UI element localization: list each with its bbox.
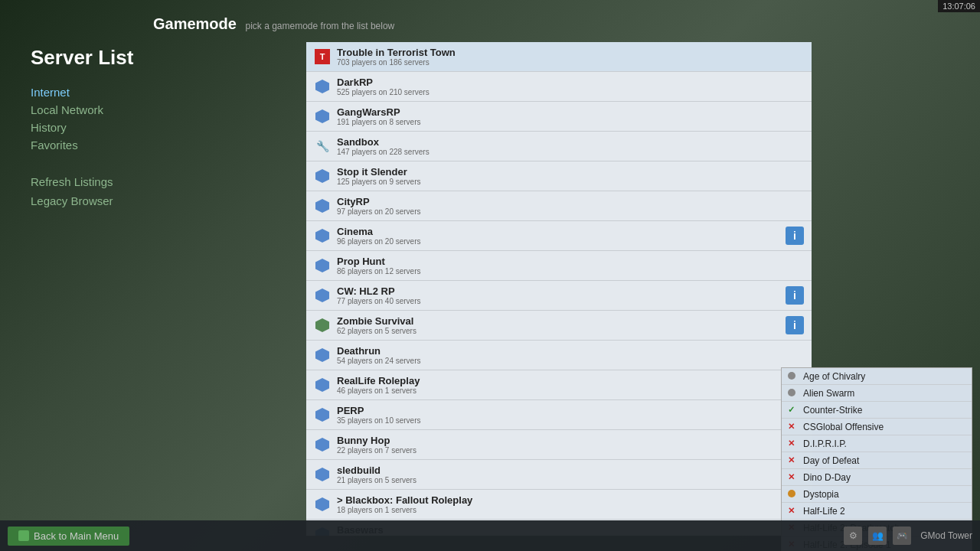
dropdown-item[interactable]: ✕ CSGlobal Offensive (782, 419, 972, 435)
cube-icon (314, 377, 331, 393)
gmod-avatar[interactable]: 🎮 (893, 527, 911, 545)
info-button[interactable]: i (786, 286, 804, 305)
item-text: GangWarsRP 191 players on 8 servers (337, 106, 804, 126)
item-name: CW: HL2 RP (337, 285, 786, 297)
dot-orange-icon (788, 490, 799, 499)
dropdown-item[interactable]: ✕ Dino D-Day (782, 469, 972, 486)
dropdown-item[interactable]: Dystopia (782, 486, 972, 503)
ttt-icon: T (314, 48, 331, 65)
cube-icon (314, 227, 331, 244)
back-to-main-menu-button[interactable]: Back to Main Menu (8, 527, 129, 546)
item-name: sledbuild (337, 465, 804, 476)
item-text: Trouble in Terrorist Town 703 players on… (337, 47, 804, 67)
item-name: Zombie Survival (337, 315, 786, 327)
item-name: > Blackbox: Fallout Roleplay (337, 494, 804, 506)
list-item[interactable]: Bunny Hop 22 players on 7 servers (306, 430, 812, 460)
list-item[interactable]: PERP 35 players on 10 servers (306, 400, 812, 430)
sidebar-item-favorites[interactable]: Favorites (31, 138, 184, 152)
server-list-panel[interactable]: T Trouble in Terrorist Town 703 players … (306, 42, 812, 536)
cube-icon (314, 347, 331, 364)
dropdown-item[interactable]: ✕ Half-Life 2 (782, 503, 972, 520)
list-item[interactable]: Cinema 96 players on 20 servers i (306, 221, 812, 251)
sidebar-item-local-network[interactable]: Local Network (31, 103, 184, 117)
item-text: DarkRP 525 players on 210 servers (337, 77, 804, 96)
item-name: DarkRP (337, 77, 804, 88)
gamemode-header: Gamemode pick a gamemode from the list b… (153, 15, 394, 33)
dropdown-item[interactable]: ✓ Counter-Strike (782, 402, 972, 419)
list-item[interactable]: Stop it Slender 125 players on 9 servers (306, 161, 812, 191)
cube-icon (314, 406, 331, 423)
clock: 13:07:06 (942, 2, 975, 11)
list-item[interactable]: > Blackbox: Fallout Roleplay 18 players … (306, 490, 812, 520)
list-item[interactable]: RealLife Roleplay 46 players on 1 server… (306, 370, 812, 400)
legacy-browser-button[interactable]: Legacy Browser (31, 194, 184, 207)
item-text: CW: HL2 RP 77 players on 40 servers (337, 285, 786, 305)
info-button[interactable]: i (786, 227, 804, 245)
list-item[interactable]: CW: HL2 RP 77 players on 40 servers i (306, 281, 812, 311)
bottom-right-icons: ⚙ 👥 🎮 GMod Tower (844, 527, 972, 545)
item-name: Trouble in Terrorist Town (337, 47, 804, 58)
cube-icon (314, 436, 331, 453)
cube-icon (314, 257, 331, 274)
item-name: GangWarsRP (337, 106, 804, 118)
item-sub: 97 players on 20 servers (337, 207, 804, 216)
list-item[interactable]: GangWarsRP 191 players on 8 servers (306, 102, 812, 132)
settings-icon[interactable]: ⚙ (844, 527, 862, 545)
sidebar-item-history[interactable]: History (31, 120, 184, 135)
item-sub: 525 players on 210 servers (337, 88, 804, 96)
item-name: Bunny Hop (337, 435, 804, 446)
item-sub: 62 players on 5 servers (337, 327, 786, 335)
dropdown-item-label: Counter-Strike (803, 405, 862, 416)
x-icon: ✕ (788, 472, 799, 482)
item-sub: 96 players on 20 servers (337, 237, 786, 246)
dropdown-item-label: Dystopia (803, 489, 839, 500)
sidebar-item-internet[interactable]: Internet (31, 85, 184, 99)
cube-icon (314, 168, 331, 184)
dot-icon (788, 389, 799, 398)
dropdown-item[interactable]: ✕ D.I.P.R.I.P. (782, 435, 972, 452)
item-name: RealLife Roleplay (337, 375, 804, 386)
dropdown-item[interactable]: ✕ Day of Defeat (782, 452, 972, 469)
item-name: Cinema (337, 226, 786, 237)
back-label: Back to Main Menu (34, 530, 119, 542)
list-item[interactable]: Zombie Survival 62 players on 5 servers … (306, 311, 812, 341)
cube-icon (314, 496, 331, 513)
cube-icon (314, 287, 331, 304)
list-item[interactable]: Prop Hunt 86 players on 12 servers (306, 251, 812, 281)
list-item[interactable]: T Trouble in Terrorist Town 703 players … (306, 42, 812, 72)
bottom-bar: Back to Main Menu ⚙ 👥 🎮 GMod Tower (0, 520, 980, 551)
item-name: Deathrun (337, 345, 804, 357)
refresh-listings-button[interactable]: Refresh Listings (31, 175, 184, 188)
item-name: CityRP (337, 196, 804, 207)
dropdown-item-label: Alien Swarm (803, 388, 854, 399)
list-item[interactable]: DarkRP 525 players on 210 servers (306, 72, 812, 102)
x-icon: ✕ (788, 455, 799, 465)
item-text: RealLife Roleplay 46 players on 1 server… (337, 375, 804, 395)
top-bar: 13:07:06 (938, 0, 980, 12)
item-sub: 147 players on 228 servers (337, 148, 804, 156)
dropdown-item[interactable]: Age of Chivalry (782, 368, 972, 385)
x-icon: ✕ (788, 439, 799, 448)
item-text: Deathrun 54 players on 24 servers (337, 345, 804, 365)
item-text: sledbuild 21 players on 5 servers (337, 465, 804, 484)
item-sub: 86 players on 12 servers (337, 267, 804, 276)
wrench-icon: 🔧 (314, 138, 331, 155)
list-item[interactable]: CityRP 97 players on 20 servers (306, 191, 812, 221)
friends-icon[interactable]: 👥 (868, 527, 887, 545)
info-button[interactable]: i (786, 316, 804, 334)
item-sub: 18 players on 1 servers (337, 506, 804, 514)
dropdown-item[interactable]: Alien Swarm (782, 385, 972, 402)
x-icon: ✕ (788, 422, 799, 432)
item-sub: 77 players on 40 servers (337, 297, 786, 305)
cube-icon (314, 78, 331, 95)
cube-icon (314, 108, 331, 125)
item-name: PERP (337, 405, 804, 416)
dropdown-item-label: Day of Defeat (803, 455, 859, 466)
item-text: Prop Hunt 86 players on 12 servers (337, 256, 804, 276)
list-item[interactable]: sledbuild 21 players on 5 servers (306, 460, 812, 490)
list-item[interactable]: Deathrun 54 players on 24 servers (306, 341, 812, 370)
list-item[interactable]: 🔧 Sandbox 147 players on 228 servers (306, 132, 812, 161)
check-icon: ✓ (788, 405, 799, 415)
dropdown-item-label: Dino D-Day (803, 472, 851, 483)
item-text: Zombie Survival 62 players on 5 servers (337, 315, 786, 335)
